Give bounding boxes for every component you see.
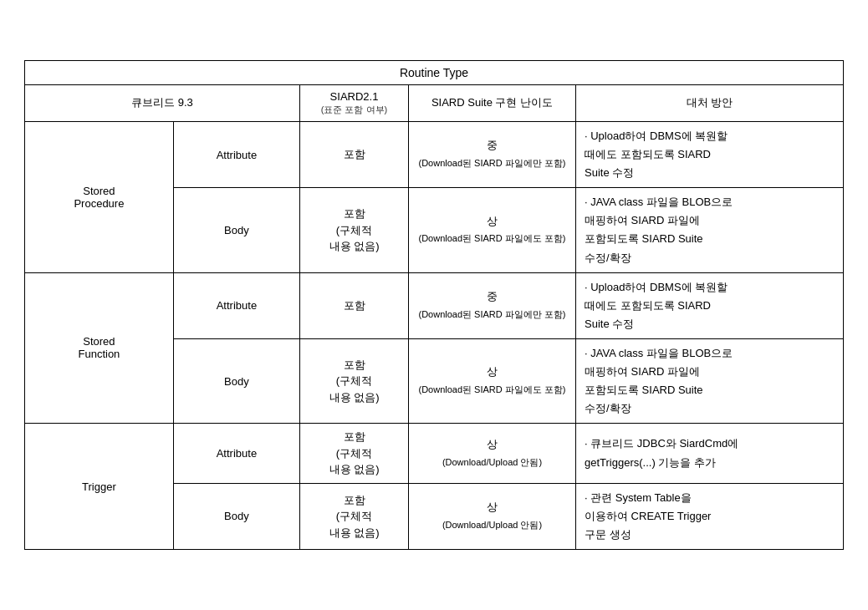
siard-value-cell: 포함 (구체적 내용 없음) xyxy=(300,338,409,423)
siard-value-cell: 포함 xyxy=(300,272,409,338)
siard-value-cell: 포함 (구체적 내용 없음) xyxy=(300,424,409,484)
attribute-cell: Attribute xyxy=(173,272,299,338)
solution-cell: · Upload하여 DBMS에 복원할때에도 포함되도록 SIARDSuite… xyxy=(576,272,844,338)
difficulty-cell: 상(Download/Upload 안됨) xyxy=(409,483,576,549)
header-siard: SIARD2.1 (표준 포함 여부) xyxy=(300,84,409,121)
section-label: Stored Function xyxy=(25,272,174,424)
attribute-cell: Attribute xyxy=(173,424,299,484)
solution-cell: · JAVA class 파일을 BLOB으로매핑하여 SIARD 파일에포함되… xyxy=(576,338,844,423)
siard-value-cell: 포함 (구체적 내용 없음) xyxy=(300,188,409,272)
header-difficulty: SIARD Suite 구현 난이도 xyxy=(409,84,576,121)
attribute-cell: Attribute xyxy=(173,121,299,187)
section-label: Stored Procedure xyxy=(25,121,174,272)
table-row: Stored ProcedureAttribute포함중(Download된 S… xyxy=(25,121,844,187)
difficulty-cell: 중(Download된 SIARD 파일에만 포함) xyxy=(409,272,576,338)
solution-cell: · 큐브리드 JDBC와 SiardCmd에getTriggers(...) 기… xyxy=(576,424,844,484)
table-row: TriggerAttribute포함 (구체적 내용 없음)상(Download… xyxy=(25,424,844,484)
solution-cell: · Upload하여 DBMS에 복원할때에도 포함되도록 SIARDSuite… xyxy=(576,121,844,187)
difficulty-cell: 상(Download된 SIARD 파일에도 포함) xyxy=(409,338,576,423)
header-cubrid: 큐브리드 9.3 xyxy=(25,84,300,121)
table-wrapper: Routine Type 큐브리드 9.3 SIARD2.1 (표준 포함 여부… xyxy=(24,60,844,550)
attribute-cell: Body xyxy=(173,188,299,272)
difficulty-cell: 중(Download된 SIARD 파일에만 포함) xyxy=(409,121,576,187)
siard-sub-label: (표준 포함 여부) xyxy=(321,104,387,114)
header-solution: 대처 방안 xyxy=(576,84,844,121)
section-label: Trigger xyxy=(25,424,174,550)
main-table: Routine Type 큐브리드 9.3 SIARD2.1 (표준 포함 여부… xyxy=(24,60,844,550)
difficulty-cell: 상(Download된 SIARD 파일에도 포함) xyxy=(409,188,576,272)
attribute-cell: Body xyxy=(173,483,299,549)
difficulty-cell: 상(Download/Upload 안됨) xyxy=(409,424,576,484)
table-row: Stored FunctionAttribute포함중(Download된 SI… xyxy=(25,272,844,338)
siard-main-label: SIARD2.1 xyxy=(330,90,379,103)
siard-value-cell: 포함 (구체적 내용 없음) xyxy=(300,483,409,549)
siard-value-cell: 포함 xyxy=(300,121,409,187)
solution-cell: · JAVA class 파일을 BLOB으로매핑하여 SIARD 파일에포함되… xyxy=(576,188,844,272)
attribute-cell: Body xyxy=(173,338,299,423)
table-title: Routine Type xyxy=(25,60,844,84)
solution-cell: · 관련 System Table을이용하여 CREATE Trigger구문 … xyxy=(576,483,844,549)
